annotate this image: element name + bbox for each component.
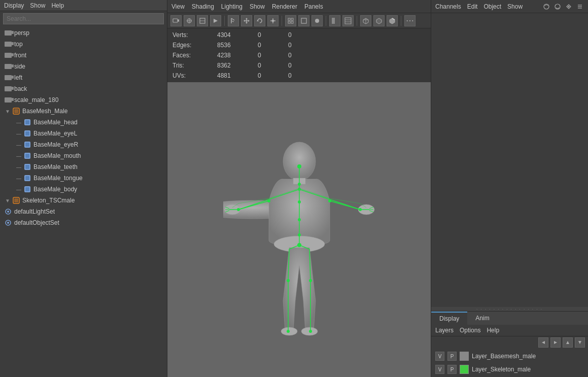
toolbar-select-btn[interactable] bbox=[228, 15, 239, 26]
svg-marker-115 bbox=[566, 341, 569, 344]
layer-row-skeleton[interactable]: V P Layer_Skeleton_male bbox=[431, 363, 588, 376]
layer-p-btn-skeleton[interactable]: P bbox=[447, 365, 457, 374]
search-input[interactable] bbox=[3, 13, 164, 24]
skeleton-expand-icon[interactable]: ▼ bbox=[4, 197, 11, 204]
layer-name-basemesh: Layer_Basemesh_male bbox=[472, 353, 536, 360]
toolbar-btn2[interactable] bbox=[184, 15, 195, 26]
layer-tool-btn4[interactable] bbox=[575, 337, 585, 348]
toolbar-sep2 bbox=[282, 16, 282, 26]
tree-item-basemale-body[interactable]: — BaseMale_body bbox=[0, 184, 167, 195]
outliner-menu-display[interactable]: Display bbox=[4, 2, 24, 9]
mesh-icon-eyel bbox=[23, 130, 31, 137]
verts-val1: 4304 bbox=[213, 30, 254, 40]
viewport-menu-panels[interactable]: Panels bbox=[304, 3, 323, 10]
set-icon-light bbox=[4, 208, 12, 215]
toolbar-btn-render[interactable] bbox=[312, 15, 323, 26]
svg-point-19 bbox=[7, 211, 9, 213]
tab-anim[interactable]: Anim bbox=[467, 312, 497, 325]
uvs-val1: 4881 bbox=[213, 71, 254, 80]
layer-tool-btn3[interactable] bbox=[563, 337, 573, 348]
toolbar-btn4[interactable] bbox=[210, 15, 221, 26]
toolbar-grid-btn[interactable] bbox=[285, 15, 296, 26]
toolbar-btn-frame[interactable] bbox=[298, 15, 309, 26]
attr-icon-2[interactable] bbox=[554, 3, 562, 11]
outliner-menu: Display Show Help bbox=[4, 2, 64, 9]
uvs-val2: 0 bbox=[254, 71, 284, 80]
layer-menu-help[interactable]: Help bbox=[487, 327, 499, 334]
mesh-icon-mouth bbox=[23, 152, 31, 159]
tree-item-objectset[interactable]: defaultObjectSet bbox=[0, 217, 167, 228]
svg-point-86 bbox=[287, 330, 290, 333]
attr-icon-1[interactable] bbox=[542, 3, 550, 11]
layer-menu-options[interactable]: Options bbox=[460, 327, 480, 334]
toolbar-sep5 bbox=[401, 16, 401, 26]
tree-item-scale-male[interactable]: scale_male_180 bbox=[0, 94, 167, 106]
svg-rect-11 bbox=[25, 165, 29, 169]
viewport-menu-shading[interactable]: Shading bbox=[192, 3, 214, 10]
toolbar-rotate-btn[interactable] bbox=[254, 15, 265, 26]
toolbar-move-btn[interactable] bbox=[241, 15, 252, 26]
tree-item-left[interactable]: left bbox=[0, 72, 167, 83]
viewport-toolbar: ⋯ bbox=[167, 13, 431, 28]
toolbar-shading1[interactable] bbox=[329, 15, 340, 26]
svg-point-90 bbox=[309, 330, 312, 333]
outliner-menu-show[interactable]: Show bbox=[30, 2, 45, 9]
tree-item-basemale-head[interactable]: — BaseMale_head bbox=[0, 117, 167, 128]
attr-menu-show[interactable]: Show bbox=[507, 3, 523, 10]
outliner-menu-help[interactable]: Help bbox=[51, 2, 64, 9]
tree-item-basemale-mouth[interactable]: — BaseMale_mouth bbox=[0, 150, 167, 161]
toolbar-dots[interactable]: ⋯ bbox=[404, 15, 416, 26]
layer-row-basemesh[interactable]: V P Layer_Basemesh_male bbox=[431, 350, 588, 363]
outliner-panel: Display Show Help persp top front bbox=[0, 0, 167, 377]
tree-item-basemale-teeth[interactable]: — BaseMale_teeth bbox=[0, 161, 167, 173]
viewport-menu-show[interactable]: Show bbox=[250, 3, 265, 10]
svg-marker-35 bbox=[246, 18, 248, 19]
layer-tool-btn2[interactable] bbox=[550, 337, 561, 348]
layer-tool-btn1[interactable] bbox=[538, 337, 548, 348]
toolbar-sep4 bbox=[357, 16, 357, 26]
attr-menu-channels[interactable]: Channels bbox=[435, 3, 461, 10]
tree-item-back[interactable]: back bbox=[0, 83, 167, 94]
search-bar bbox=[0, 11, 167, 26]
viewport-menu-renderer[interactable]: Renderer bbox=[272, 3, 297, 10]
toolbar-cube2[interactable] bbox=[373, 15, 385, 26]
layer-tabs: Display Anim bbox=[431, 312, 588, 325]
viewport-menu-lighting[interactable]: Lighting bbox=[221, 3, 243, 10]
expand-icon[interactable]: ▼ bbox=[4, 108, 11, 115]
layer-p-btn-basemesh[interactable]: P bbox=[447, 352, 457, 361]
toolbar-btn3[interactable] bbox=[197, 15, 208, 26]
tree-item-side[interactable]: side bbox=[0, 61, 167, 72]
svg-rect-3 bbox=[25, 120, 29, 124]
tree-item-basemesh-male[interactable]: ▼ BaseMesh_Male bbox=[0, 106, 167, 117]
toolbar-cube1[interactable] bbox=[360, 15, 371, 26]
character-view[interactable] bbox=[167, 82, 431, 377]
viewport-menu-view[interactable]: View bbox=[171, 3, 185, 10]
layer-v-btn-skeleton[interactable]: V bbox=[435, 365, 444, 374]
attr-menu-object[interactable]: Object bbox=[483, 3, 501, 10]
attr-icon-3[interactable] bbox=[565, 3, 573, 11]
toolbar-cam-btn1[interactable] bbox=[170, 15, 182, 26]
tab-display[interactable]: Display bbox=[431, 312, 467, 325]
tree-item-top[interactable]: top bbox=[0, 39, 167, 50]
tree-item-basemale-tongue[interactable]: — BaseMale_tongue bbox=[0, 173, 167, 184]
tree-item-basemale-eyer[interactable]: — BaseMale_eyeR bbox=[0, 139, 167, 150]
resize-handle[interactable]: · · · · · · · · · · · · · · · · bbox=[431, 307, 588, 311]
layer-v-btn-basemesh[interactable]: V bbox=[435, 352, 444, 361]
toolbar-cube3[interactable] bbox=[387, 15, 398, 26]
svg-rect-42 bbox=[272, 20, 274, 22]
layer-menu-layers[interactable]: Layers bbox=[435, 327, 454, 334]
tree-item-basemale-eyel[interactable]: — BaseMale_eyeL bbox=[0, 128, 167, 139]
right-top-menu: Channels Edit Object Show bbox=[435, 3, 523, 10]
tree-item-persp[interactable]: persp bbox=[0, 27, 167, 39]
tree-item-front[interactable]: front bbox=[0, 50, 167, 61]
attr-content bbox=[431, 13, 588, 307]
toolbar-scale-btn[interactable] bbox=[267, 15, 279, 26]
tree-item-skeleton[interactable]: ▼ Skeleton_TSCmale bbox=[0, 195, 167, 206]
attr-menu-edit[interactable]: Edit bbox=[467, 3, 478, 10]
attr-icon-4[interactable] bbox=[576, 3, 584, 11]
tree-item-lightset[interactable]: defaultLightSet bbox=[0, 206, 167, 217]
viewport-area: View Shading Lighting Show Renderer Pane… bbox=[167, 0, 431, 377]
right-top-icons bbox=[542, 3, 584, 11]
svg-marker-38 bbox=[248, 20, 250, 22]
toolbar-shading2[interactable] bbox=[342, 15, 354, 26]
